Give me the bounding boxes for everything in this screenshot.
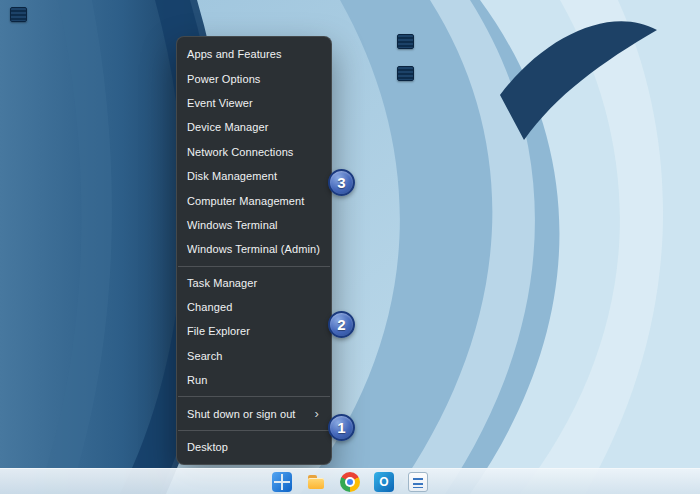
menu-item-network-connections[interactable]: Network Connections [177,140,331,164]
menu-item-label: Shut down or sign out [187,408,296,420]
menu-item-apps-and-features[interactable]: Apps and Features [177,42,331,66]
menu-item-label: Changed [187,301,232,313]
menu-item-label: Search [187,350,222,362]
context-menu: Apps and FeaturesPower OptionsEvent View… [176,36,332,465]
menu-item-event-viewer[interactable]: Event Viewer [177,91,331,115]
annotation-badge-3: 3 [328,169,355,196]
menu-item-device-manager[interactable]: Device Manager [177,115,331,139]
taskbar: O [0,468,700,494]
desktop-shortcut-icon[interactable] [397,34,414,49]
submenu-chevron-icon: › [315,407,319,420]
file-explorer-icon[interactable] [306,472,326,492]
outlook-icon[interactable]: O [374,472,394,492]
menu-item-desktop[interactable]: Desktop [177,435,331,459]
menu-separator [178,396,330,397]
notes-icon[interactable] [408,472,428,492]
menu-separator [178,430,330,431]
chrome-icon[interactable] [340,472,360,492]
menu-item-windows-terminal[interactable]: Windows Terminal [177,213,331,237]
menu-item-task-manager[interactable]: Task Manager [177,271,331,295]
menu-item-label: Run [187,374,207,386]
annotation-badge-2: 2 [328,311,355,338]
menu-item-label: Event Viewer [187,97,253,109]
menu-item-shut-down-or-sign-out[interactable]: Shut down or sign out› [177,401,331,425]
menu-item-run[interactable]: Run [177,368,331,392]
menu-item-label: Network Connections [187,146,293,158]
menu-item-label: Desktop [187,441,228,453]
desktop-screen: Apps and FeaturesPower OptionsEvent View… [0,0,700,494]
menu-item-power-options[interactable]: Power Options [177,66,331,90]
menu-item-label: Device Manager [187,121,269,133]
menu-item-label: Computer Management [187,195,304,207]
menu-item-label: Task Manager [187,277,257,289]
menu-separator [178,266,330,267]
menu-item-label: Windows Terminal [187,219,278,231]
menu-item-changed[interactable]: Changed [177,295,331,319]
start-icon[interactable] [272,472,292,492]
annotation-badge-1: 1 [328,414,355,441]
menu-item-disk-management[interactable]: Disk Management [177,164,331,188]
menu-item-label: Disk Management [187,170,277,182]
menu-item-computer-management[interactable]: Computer Management [177,188,331,212]
menu-item-file-explorer[interactable]: File Explorer [177,319,331,343]
menu-item-label: Power Options [187,73,260,85]
menu-item-label: File Explorer [187,325,250,337]
menu-item-label: Windows Terminal (Admin) [187,243,320,255]
menu-item-search[interactable]: Search [177,344,331,368]
desktop-shortcut-icon[interactable] [397,66,414,81]
desktop-shortcut-icon[interactable] [10,7,27,22]
menu-item-windows-terminal-admin[interactable]: Windows Terminal (Admin) [177,237,331,261]
menu-item-label: Apps and Features [187,48,282,60]
